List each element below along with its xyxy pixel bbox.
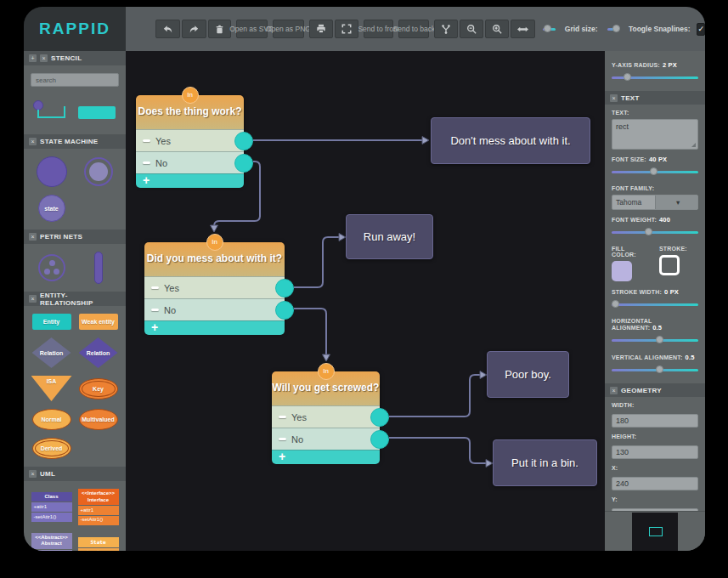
- input-width[interactable]: [612, 414, 698, 428]
- answer-node[interactable]: Don't mess about with it.: [431, 117, 590, 164]
- collapse-icon[interactable]: ×: [29, 295, 37, 303]
- toolbar-fullscreen-button[interactable]: [335, 20, 358, 38]
- stencil-shape-interface-interface[interactable]: <<Interface>> Interface+attr1-setAttr1(): [78, 489, 119, 525]
- slider-font-size[interactable]: [612, 167, 698, 177]
- stencil-shape-multivalued[interactable]: Multivalued: [79, 409, 118, 430]
- out-port[interactable]: [234, 154, 253, 173]
- out-port[interactable]: [275, 301, 294, 320]
- answer-node[interactable]: Poor boy.: [487, 351, 569, 398]
- stencil-group-header-entity-relationship[interactable]: ×ENTITY-RELATIONSHIP: [24, 292, 126, 306]
- snaplines-slider[interactable]: [607, 24, 619, 34]
- out-port[interactable]: [370, 430, 389, 449]
- stencil-shape-transition[interactable]: [94, 252, 103, 284]
- section-text[interactable]: ×TEXT: [605, 91, 705, 105]
- fill-color-swatch[interactable]: [612, 261, 632, 281]
- section-geometry[interactable]: ×GEOMETRY: [605, 383, 705, 397]
- slider-stroke-width-knob[interactable]: [612, 300, 619, 308]
- in-port-badge[interactable]: In: [206, 234, 223, 251]
- toolbar-trash-button[interactable]: [208, 20, 231, 38]
- collapse-icon[interactable]: ×: [29, 138, 37, 145]
- slider-horizontal-alignment-knob[interactable]: [656, 336, 663, 343]
- stencil-shape-state[interactable]: Stateentry/ create(): [78, 537, 119, 551]
- toolbar-undo-button[interactable]: [155, 20, 180, 38]
- stencil-shape-relation[interactable]: Relation: [32, 337, 71, 368]
- toolbar-zoom-in-button[interactable]: [485, 20, 509, 38]
- expand-all-icon[interactable]: +: [29, 54, 37, 62]
- stencil-shape-relation[interactable]: Relation: [79, 337, 118, 368]
- answer-node[interactable]: Put it in a bin.: [493, 439, 597, 486]
- toolbar-button-open-as-svg[interactable]: Open as SVG: [236, 20, 268, 38]
- add-option-button[interactable]: +: [272, 450, 380, 464]
- toolbar-fork-button[interactable]: [434, 20, 458, 38]
- toolbar-print-button[interactable]: [309, 20, 333, 38]
- snaplines-checkbox[interactable]: ✓: [697, 23, 705, 36]
- answer-node[interactable]: Run away!: [346, 214, 433, 259]
- link[interactable]: [389, 438, 486, 463]
- out-port[interactable]: [370, 408, 389, 427]
- question-node[interactable]: InDid you mess about with it?YesNo+: [144, 242, 285, 332]
- input-height[interactable]: [612, 445, 698, 459]
- option-row-no[interactable]: No: [144, 298, 285, 320]
- search-input[interactable]: [31, 73, 119, 87]
- slider-horizontal-alignment[interactable]: [612, 335, 698, 345]
- stencil-shape-normal[interactable]: Normal: [32, 409, 71, 430]
- link[interactable]: [294, 309, 326, 354]
- stencil-group-header-uml[interactable]: ×UML: [24, 467, 126, 481]
- collapse-icon[interactable]: ×: [610, 387, 618, 394]
- stencil-shape-start-state[interactable]: [37, 156, 67, 187]
- stencil-shape-link[interactable]: [31, 99, 71, 126]
- out-port[interactable]: [275, 279, 294, 298]
- toolbar-button-send-to-front[interactable]: Send to front: [364, 20, 394, 38]
- out-port[interactable]: [234, 132, 253, 150]
- question-node[interactable]: InDoes the thing work?YesNo+: [136, 95, 244, 185]
- navigator[interactable]: [605, 511, 705, 551]
- stencil-shape-derived[interactable]: Derived: [32, 438, 71, 459]
- collapse-icon[interactable]: ×: [610, 94, 618, 102]
- toolbar-button-send-to-back[interactable]: Send to back: [398, 20, 429, 38]
- toolbar-resize-button[interactable]: [511, 20, 535, 38]
- navigator-viewport[interactable]: [649, 527, 663, 536]
- stencil-shape-class[interactable]: Class+attr1-setAttr1(): [31, 492, 72, 522]
- stroke-color-swatch[interactable]: [659, 255, 680, 275]
- option-row-no[interactable]: No: [272, 428, 380, 450]
- option-row-yes[interactable]: Yes: [144, 276, 285, 298]
- in-port-badge[interactable]: In: [318, 363, 335, 380]
- slider-font-weight[interactable]: [612, 227, 698, 237]
- slider-stroke-width[interactable]: [612, 299, 698, 309]
- stencil-shape-state[interactable]: state: [38, 195, 65, 222]
- select-font-family[interactable]: Tahoma▾: [612, 195, 698, 210]
- option-row-no[interactable]: No: [136, 151, 244, 173]
- stencil-shape-abstract-abstract[interactable]: <<Abstract>> Abstract+attr1-setAttr1(): [31, 533, 72, 551]
- toolbar-zoom-out-button[interactable]: [460, 20, 483, 38]
- add-option-button[interactable]: +: [136, 173, 244, 188]
- slider-y-axis-radius-knob[interactable]: [624, 73, 631, 81]
- slider-vertical-alignment-knob[interactable]: [656, 366, 663, 373]
- option-row-yes[interactable]: Yes: [272, 405, 380, 428]
- diagram-canvas[interactable]: InDoes the thing work?YesNo+InDid you me…: [126, 51, 605, 551]
- chevron-down-icon[interactable]: ▾: [655, 196, 698, 209]
- stencil-shape-key[interactable]: Key: [79, 378, 118, 400]
- grid-size-slider-knob[interactable]: [544, 25, 551, 32]
- stencil-shape-entity[interactable]: Entity: [32, 314, 71, 330]
- option-row-yes[interactable]: Yes: [136, 129, 244, 151]
- stencil-group-header-petri-nets[interactable]: ×PETRI NETS: [24, 230, 126, 244]
- stencil-shape-isa[interactable]: ISA: [31, 376, 72, 401]
- snaplines-slider-knob[interactable]: [612, 25, 620, 32]
- link[interactable]: [294, 237, 339, 287]
- slider-font-size-knob[interactable]: [650, 167, 657, 175]
- add-option-button[interactable]: +: [144, 320, 285, 335]
- navigator-minimap[interactable]: [632, 513, 678, 551]
- collapse-icon[interactable]: ×: [29, 233, 37, 241]
- resize-grip-icon[interactable]: [691, 143, 696, 147]
- slider-vertical-alignment[interactable]: [612, 365, 698, 375]
- stencil-shape-weak-entity[interactable]: Weak entity: [79, 314, 118, 330]
- toolbar-button-open-as-png[interactable]: Open as PNG: [273, 20, 304, 38]
- stencil-shape-end-state[interactable]: [84, 157, 113, 186]
- stencil-group-header-state-machine[interactable]: ×STATE MACHINE: [24, 134, 126, 149]
- slider-y-axis-radius[interactable]: [612, 72, 698, 82]
- grid-size-slider[interactable]: [543, 24, 555, 34]
- in-port-badge[interactable]: In: [182, 87, 199, 104]
- textarea-text[interactable]: rect: [612, 119, 698, 150]
- stencil-shape-teal-rect[interactable]: [78, 106, 116, 119]
- toolbar-redo-button[interactable]: [182, 20, 206, 38]
